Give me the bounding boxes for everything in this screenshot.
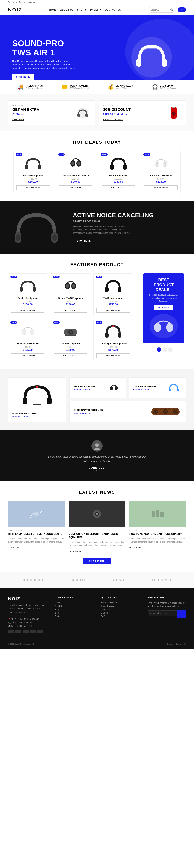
footer-terms[interactable]: Terms bbox=[176, 643, 181, 645]
twitter-link[interactable]: Twitter bbox=[19, 1, 25, 3]
svg-rect-33 bbox=[118, 287, 121, 292]
footer-page-0[interactable]: Home bbox=[54, 601, 93, 604]
promo1-image bbox=[75, 106, 91, 120]
featured-card-3: Sale BlueDov TWS Buds $225.00 $125.00 AD… bbox=[8, 319, 47, 361]
footer-link-1[interactable]: Order Tracking bbox=[101, 605, 140, 607]
search-box[interactable]: 🔍 bbox=[148, 7, 176, 12]
featured-name-2: TWS Headphone bbox=[96, 297, 130, 300]
footer-link-2[interactable]: Checkout bbox=[101, 608, 140, 611]
product-name-2: TWS Headphone bbox=[102, 174, 135, 177]
add-to-cart-btn-3[interactable]: ADD TO CART bbox=[144, 185, 178, 190]
featured-old-price-2: $225.00 bbox=[96, 300, 130, 303]
dark-banner-cta[interactable]: SHOP HERE bbox=[73, 238, 95, 244]
read-more-2[interactable]: READ MORE bbox=[129, 547, 142, 549]
svg-point-62 bbox=[153, 409, 158, 414]
featured-cart-btn-5[interactable]: ADD TO CART bbox=[96, 353, 130, 358]
read-more-1[interactable]: READ MORE bbox=[69, 550, 82, 552]
featured-cart-btn-2[interactable]: ADD TO CART bbox=[96, 308, 130, 313]
footer-page-4[interactable]: Contact bbox=[54, 615, 93, 618]
footer-links-list: Return & Refunds Order Tracking Checkout… bbox=[101, 601, 140, 618]
featured-img-3 bbox=[16, 322, 40, 340]
sidebar-cta-button[interactable]: SHOP NOW bbox=[154, 305, 173, 310]
hero-title: SOUND-PROTWS AIR 1 bbox=[12, 39, 77, 57]
footer-link-0[interactable]: Return & Refunds bbox=[101, 601, 140, 604]
nav-contact[interactable]: CONTACT US bbox=[105, 8, 121, 11]
footer-bottom: © 2021 Noiz. All rights reserved. Privac… bbox=[8, 640, 186, 645]
featured-cart-btn-3[interactable]: ADD TO CART bbox=[11, 353, 44, 358]
featured-cart-btn-0[interactable]: ADD TO CART bbox=[11, 308, 44, 313]
newsletter-desc: Send us your address to subscribe to our… bbox=[148, 601, 186, 608]
payment-icon-am bbox=[30, 630, 36, 633]
hot-deals-grid: Sale Barda Headphone $225.00 $150.00 ADD… bbox=[8, 151, 186, 193]
newsletter-input[interactable] bbox=[148, 610, 178, 616]
tws-headphone-cta[interactable]: DISCOVER NOW bbox=[133, 389, 157, 391]
featured-card-5: Sale Gaming BT Headphone $225.00 $179.00… bbox=[93, 319, 133, 361]
nav-home[interactable]: HOME bbox=[49, 8, 56, 11]
tws-earphone-title: TWS EARPHONE bbox=[74, 385, 95, 388]
hero-section: SOUND-PROTWS AIR 1 New Release Wireless … bbox=[0, 15, 194, 80]
page-2[interactable]: 2 bbox=[162, 347, 167, 352]
featured-name-3: BlueDov TWS Buds bbox=[11, 342, 44, 345]
featured-cart-btn-1[interactable]: ADD TO CART bbox=[54, 308, 87, 313]
footer-page-2[interactable]: Shop bbox=[54, 608, 93, 611]
footer-col-brand: NOIZ Lorem ipsum dolor sit amet, consect… bbox=[8, 596, 46, 633]
payment-icon-stripe bbox=[37, 630, 43, 633]
feature-payment-title: QUICK PAYMENT bbox=[70, 85, 88, 87]
footer-link-3[interactable]: Careers bbox=[101, 612, 140, 614]
category-tws-headphone[interactable]: TWS HEADPHONE DISCOVER NOW bbox=[129, 377, 186, 398]
newsletter-submit[interactable]: → bbox=[178, 610, 186, 618]
svg-rect-54 bbox=[168, 389, 170, 392]
featured-products-grid: Sale Barda Headphone $225.00 $150.00 ADD… bbox=[8, 273, 140, 361]
svg-point-50 bbox=[36, 386, 38, 388]
instagram-link[interactable]: Instagram bbox=[27, 1, 36, 3]
svg-rect-5 bbox=[85, 114, 88, 117]
news-read-more-center: READ MORE bbox=[8, 558, 186, 564]
category-tws-earphone[interactable]: TWS EARPHONE DISCOVER NOW bbox=[69, 377, 126, 398]
footer-link-4[interactable]: FAQ bbox=[101, 615, 140, 618]
sidebar-desc: Get a 20% Cashback on best-selling TWS P… bbox=[148, 293, 180, 302]
product-name-3: BlueDov TWS Buds bbox=[144, 174, 178, 177]
cart-button[interactable]: 🛒 bbox=[178, 7, 186, 12]
sale-badge-1: Sale bbox=[58, 153, 65, 156]
nav-shop[interactable]: SHOP ▾ bbox=[77, 8, 86, 11]
dark-banner-price: START FROM $20.99 bbox=[73, 220, 154, 223]
search-button[interactable]: 🔍 bbox=[168, 7, 175, 12]
testimonial-author: JOHN DOE bbox=[8, 466, 186, 469]
featured-badge-5: Sale bbox=[95, 321, 102, 324]
bluetooth-speaker-cta[interactable]: DISCOVER NOW bbox=[74, 412, 103, 414]
add-to-cart-btn-1[interactable]: ADD TO CART bbox=[59, 185, 92, 190]
nav-pages[interactable]: PAGES ▾ bbox=[90, 8, 101, 11]
brand-soundpro: SOUNDPRO bbox=[22, 579, 43, 582]
product-img-2 bbox=[106, 154, 130, 172]
product-card-0: Sale Barda Headphone $225.00 $150.00 ADD… bbox=[13, 151, 53, 193]
page-1[interactable]: 1 bbox=[157, 347, 161, 352]
read-more-0[interactable]: READ MORE bbox=[8, 547, 21, 549]
footer-links-title: QUICK LINKS bbox=[101, 596, 140, 599]
page-ellipsis[interactable]: ... bbox=[168, 347, 172, 352]
news-excerpt-2: Lorem ipsum dolor sit amet, consectetur … bbox=[129, 537, 186, 544]
promo2-cta[interactable]: VIEW COLLECTION bbox=[103, 119, 123, 121]
category-section: GAMING HEADSET DISCOVER NOW TWS EARPHONE… bbox=[0, 369, 194, 430]
social-links[interactable]: Facebook Twitter Instagram bbox=[8, 1, 36, 3]
news-read-more-btn[interactable]: READ MORE bbox=[83, 558, 111, 564]
featured-cart-btn-4[interactable]: ADD TO CART bbox=[54, 353, 87, 358]
category-gaming[interactable]: GAMING HEADSET DISCOVER NOW bbox=[8, 377, 67, 422]
footer-privacy[interactable]: Privacy bbox=[167, 643, 173, 645]
add-to-cart-btn-0[interactable]: ADD TO CART bbox=[16, 185, 50, 190]
svg-rect-48 bbox=[23, 398, 28, 404]
add-to-cart-btn-2[interactable]: ADD TO CART bbox=[102, 185, 135, 190]
category-bluetooth-speaker[interactable]: BLUETOOTH SPEAKER DISCOVER NOW bbox=[69, 401, 186, 422]
hero-cta-button[interactable]: SHOP HERE bbox=[12, 74, 34, 80]
nav-about[interactable]: ABOUT US bbox=[60, 8, 73, 11]
search-input[interactable] bbox=[148, 7, 168, 12]
tws-earphone-cta[interactable]: DISCOVER NOW bbox=[74, 389, 95, 391]
svg-point-53 bbox=[115, 386, 118, 390]
footer-ad[interactable]: Ad bbox=[184, 643, 186, 645]
gaming-cta[interactable]: DISCOVER NOW bbox=[12, 416, 36, 418]
footer-page-3[interactable]: Blog bbox=[54, 612, 93, 614]
footer-page-1[interactable]: About Us bbox=[54, 605, 93, 607]
promo1-cta[interactable]: SHOP NOW bbox=[12, 119, 24, 121]
feature-support-title: 24/7 SUPPORT bbox=[160, 85, 177, 87]
facebook-link[interactable]: Facebook bbox=[8, 1, 17, 3]
svg-point-25 bbox=[52, 234, 57, 241]
